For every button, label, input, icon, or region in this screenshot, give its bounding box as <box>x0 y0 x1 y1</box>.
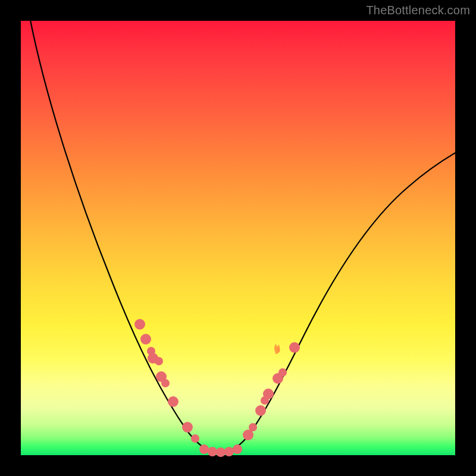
data-dot <box>278 368 287 377</box>
chart-frame: TheBottleneck.com <box>0 0 476 476</box>
data-dot <box>161 379 170 387</box>
data-dot <box>168 396 178 407</box>
bottleneck-curve <box>30 17 455 452</box>
data-dot <box>134 319 145 330</box>
data-dot <box>140 334 151 345</box>
data-dot <box>199 444 209 454</box>
data-dot <box>263 389 274 399</box>
data-dot <box>182 422 193 433</box>
data-dot <box>249 423 257 431</box>
data-dot <box>255 405 266 416</box>
chart-svg <box>21 21 455 455</box>
data-dot <box>155 357 163 365</box>
data-dot <box>208 447 217 456</box>
watermark-text: TheBottleneck.com <box>366 4 470 17</box>
plot-area <box>21 21 455 455</box>
data-dot <box>191 434 199 443</box>
flame-icon <box>274 343 280 354</box>
data-dot <box>289 342 300 353</box>
data-dot <box>216 447 226 457</box>
data-dot <box>233 444 242 454</box>
data-dot <box>224 447 234 456</box>
